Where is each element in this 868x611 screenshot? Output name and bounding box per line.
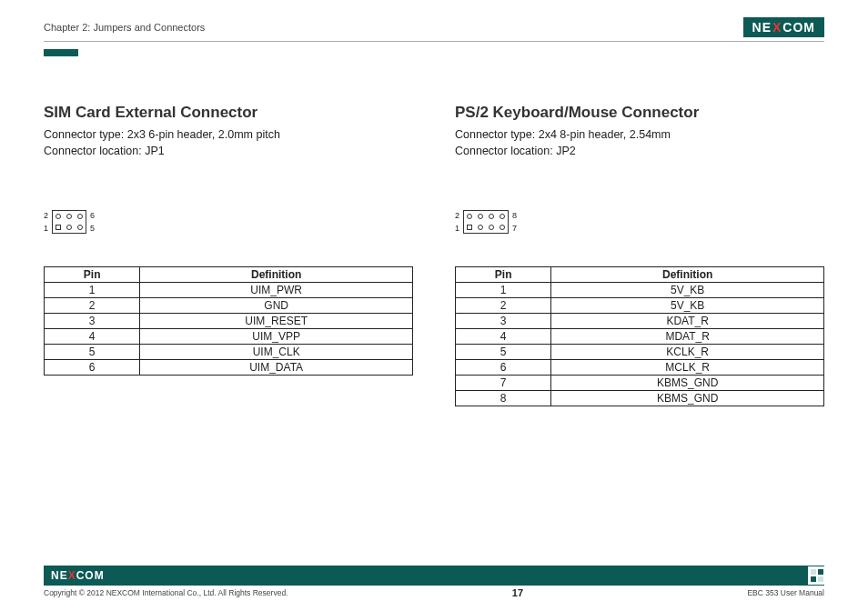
diagram-label: 1 <box>44 224 48 233</box>
sim-pin-diagram: 2 1 6 5 <box>44 210 413 234</box>
pin-cell: 4 <box>45 329 140 345</box>
ps2-connector-location: Connector location: JP2 <box>455 144 824 160</box>
copyright-text: Copyright © 2012 NEXCOM International Co… <box>44 588 288 597</box>
pin-cell: 8 <box>456 391 551 406</box>
table-header-def: Definition <box>140 267 413 283</box>
logo-post: COM <box>76 569 105 582</box>
pin-cell: 2 <box>456 298 551 314</box>
pin-circle-icon <box>478 225 483 230</box>
logo-pre: NE <box>51 569 68 582</box>
pin-circle-icon <box>77 225 83 230</box>
table-row: 6MCLK_R <box>456 360 824 376</box>
diagram-label: 8 <box>512 211 517 220</box>
table-row: 1UIM_PWR <box>45 283 413 298</box>
sim-connector-title: SIM Card External Connector <box>44 104 413 122</box>
pin-circle-icon <box>489 225 494 230</box>
logo-post: COM <box>782 20 815 35</box>
table-row: 6UIM_DATA <box>45 360 413 376</box>
pin-cell <box>64 222 75 233</box>
pin-cell <box>53 211 64 222</box>
pin-circle-icon <box>489 214 494 219</box>
ps2-pin-table: Pin Definition 15V_KB25V_KB3KDAT_R4MDAT_… <box>455 266 824 406</box>
definition-cell: UIM_RESET <box>140 314 413 329</box>
nexcom-logo: NEXCOM <box>743 17 824 37</box>
pin-cell <box>464 211 475 222</box>
logo-x: X <box>68 569 76 582</box>
table-header-def: Definition <box>551 267 824 283</box>
logo-x: X <box>772 20 782 35</box>
definition-cell: MDAT_R <box>551 329 824 345</box>
pin-cell: 1 <box>456 283 551 298</box>
pin-cell: 7 <box>456 376 551 391</box>
top-accent-bar <box>44 49 78 56</box>
chapter-title: Chapter 2: Jumpers and Connectors <box>44 22 205 33</box>
pin-cell: 1 <box>45 283 140 298</box>
definition-cell: GND <box>140 298 413 314</box>
definition-cell: UIM_VPP <box>140 329 413 345</box>
table-row: 4UIM_VPP <box>45 329 413 345</box>
pin-1-square-icon <box>467 225 472 230</box>
pin-circle-icon <box>66 225 72 230</box>
table-row: 5KCLK_R <box>456 345 824 360</box>
definition-cell: MCLK_R <box>551 360 824 376</box>
definition-cell: 5V_KB <box>551 298 824 314</box>
definition-cell: UIM_DATA <box>140 360 413 376</box>
pin-cell <box>475 222 486 233</box>
definition-cell: UIM_PWR <box>140 283 413 298</box>
definition-cell: KDAT_R <box>551 314 824 329</box>
sim-connector-type: Connector type: 2x3 6-pin header, 2.0mm … <box>44 127 413 144</box>
pin-cell <box>486 211 497 222</box>
pin-cell <box>75 211 86 222</box>
pin-cell <box>75 222 86 233</box>
definition-cell: KCLK_R <box>551 345 824 360</box>
table-row: 2GND <box>45 298 413 314</box>
pin-cell <box>464 222 475 233</box>
pin-cell: 4 <box>456 329 551 345</box>
table-row: 3KDAT_R <box>456 314 824 329</box>
pin-circle-icon <box>478 214 483 219</box>
sim-pin-block <box>52 210 86 234</box>
sim-connector-location: Connector location: JP1 <box>44 144 413 160</box>
pin-circle-icon <box>77 214 83 219</box>
manual-name: EBC 353 User Manual <box>747 588 824 597</box>
pin-cell: 3 <box>456 314 551 329</box>
definition-cell: KBMS_GND <box>551 376 824 391</box>
table-row: 25V_KB <box>456 298 824 314</box>
definition-cell: UIM_CLK <box>140 345 413 360</box>
pin-cell: 2 <box>45 298 140 314</box>
pin-cell <box>53 222 64 233</box>
diagram-label: 1 <box>455 224 459 233</box>
table-header-pin: Pin <box>45 267 140 283</box>
page-header: Chapter 2: Jumpers and Connectors NEXCOM <box>44 16 824 42</box>
pin-circle-icon <box>500 225 505 230</box>
page-number: 17 <box>512 587 523 598</box>
pin-cell: 5 <box>45 345 140 360</box>
pin-cell: 6 <box>456 360 551 376</box>
right-column: PS/2 Keyboard/Mouse Connector Connector … <box>455 104 824 406</box>
diagram-label: 5 <box>90 224 95 233</box>
table-row: 15V_KB <box>456 283 824 298</box>
table-row: 3UIM_RESET <box>45 314 413 329</box>
footer-line: Copyright © 2012 NEXCOM International Co… <box>44 587 824 598</box>
table-row: 4MDAT_R <box>456 329 824 345</box>
left-column: SIM Card External Connector Connector ty… <box>44 104 413 406</box>
footer-decoration <box>808 566 826 586</box>
diagram-label: 2 <box>44 211 48 220</box>
pin-1-square-icon <box>56 225 61 230</box>
ps2-connector-type: Connector type: 2x4 8-pin header, 2.54mm <box>455 127 824 144</box>
definition-cell: KBMS_GND <box>551 391 824 406</box>
pin-cell <box>64 211 75 222</box>
pin-cell: 3 <box>45 314 140 329</box>
pin-circle-icon <box>500 214 505 219</box>
pin-cell <box>475 211 486 222</box>
ps2-pin-block <box>463 210 509 234</box>
logo-pre: NE <box>752 20 772 35</box>
diagram-label: 2 <box>455 211 459 220</box>
pin-cell: 6 <box>45 360 140 376</box>
footer-bar: NEXCOM <box>44 566 824 586</box>
pin-cell <box>486 222 497 233</box>
table-header-pin: Pin <box>456 267 551 283</box>
pin-circle-icon <box>467 214 472 219</box>
definition-cell: 5V_KB <box>551 283 824 298</box>
table-row: 5UIM_CLK <box>45 345 413 360</box>
